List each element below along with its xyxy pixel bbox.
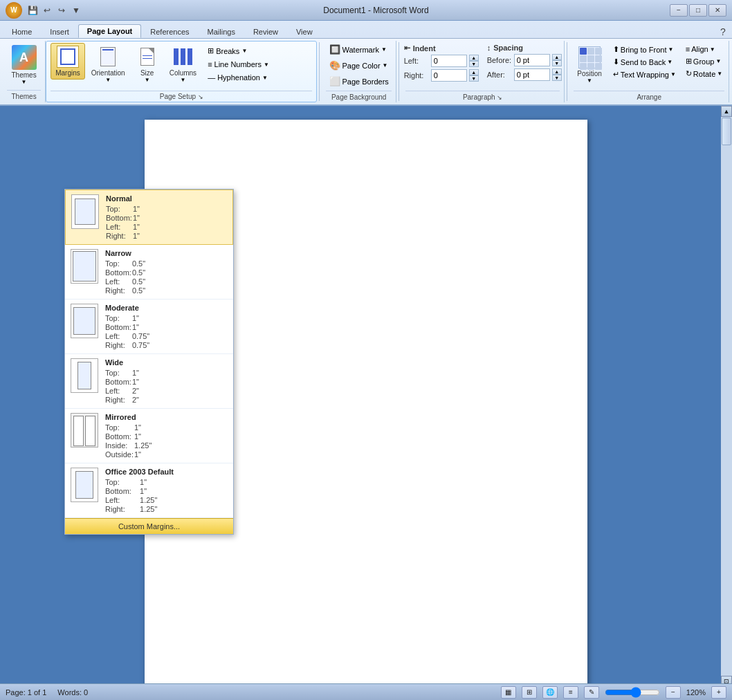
customize-qa-button[interactable]: ▼ — [70, 4, 82, 17]
breaks-icon: ⊞ — [208, 46, 214, 55]
spacing-after-spinner[interactable]: ▲ ▼ — [552, 68, 562, 81]
themes-button[interactable]: A Themes ▼ — [7, 42, 42, 88]
rotate-button[interactable]: ↻ Rotate ▼ — [682, 68, 726, 80]
print-layout-view-btn[interactable]: ▦ — [501, 686, 516, 699]
narrow-right-val: 0.5" — [132, 286, 158, 295]
columns-button[interactable]: Columns ▼ — [165, 43, 201, 86]
watermark-button[interactable]: 🔲 Watermark ▼ — [326, 42, 392, 57]
full-screen-view-btn[interactable]: ⊞ — [522, 686, 537, 699]
web-layout-view-btn[interactable]: 🌐 — [542, 686, 558, 699]
margin-item-moderate[interactable]: Moderate Top: 1" Bottom: 1" Left: 0.75" … — [65, 300, 233, 354]
size-button[interactable]: Size ▼ — [131, 43, 163, 86]
margin-item-office2003[interactable]: Office 2003 Default Top: 1" Bottom: 1" L… — [65, 463, 233, 518]
indent-right-label: Right: — [404, 71, 429, 80]
align-button[interactable]: ≡ Align ▼ — [682, 44, 726, 55]
spacing-before-spinner[interactable]: ▲ ▼ — [552, 54, 562, 66]
tab-references[interactable]: References — [141, 25, 198, 38]
group-page-setup: Margins Orientation ▼ — [46, 41, 317, 102]
save-button[interactable]: 💾 — [26, 4, 39, 17]
spacing-before-down[interactable]: ▼ — [552, 60, 562, 66]
margin-item-narrow[interactable]: Narrow Top: 0.5" Bottom: 0.5" Left: 0.5"… — [65, 245, 233, 300]
hyphenation-arrow: ▼ — [262, 75, 268, 81]
watermark-label: Watermark — [342, 46, 379, 54]
office2003-top-val: 1" — [140, 478, 174, 486]
page-borders-button[interactable]: ⬜ Page Borders — [326, 74, 392, 89]
zoom-out-btn[interactable]: − — [666, 686, 681, 699]
themes-group-label: Themes — [7, 90, 41, 100]
hyphenation-button[interactable]: — Hyphenation ▼ — [204, 71, 273, 84]
send-to-back-button[interactable]: ⬇ Send to Back ▼ — [610, 56, 679, 68]
indent-right-up[interactable]: ▲ — [469, 69, 479, 75]
draft-view-btn[interactable]: ✎ — [584, 686, 599, 699]
tab-view[interactable]: View — [287, 25, 322, 38]
position-button[interactable]: Position ▼ — [572, 44, 607, 86]
line-numbers-button[interactable]: ≡ Line Numbers ▼ — [204, 58, 273, 71]
indent-right-down[interactable]: ▼ — [469, 75, 479, 82]
page-setup-expand-icon[interactable]: ↘ — [198, 93, 203, 100]
minimize-button[interactable]: − — [670, 4, 688, 17]
margin-item-wide[interactable]: Wide Top: 1" Bottom: 1" Left: 2" Right: … — [65, 354, 233, 409]
office2003-top-label: Top: — [105, 478, 139, 486]
indent-icon: ⇤ — [404, 44, 410, 53]
page-color-button[interactable]: 🎨 Page Color ▼ — [326, 58, 392, 73]
text-wrapping-button[interactable]: ↵ Text Wrapping ▼ — [610, 68, 679, 80]
maximize-button[interactable]: □ — [689, 4, 707, 17]
indent-label: Indent — [413, 44, 436, 53]
indent-left-up[interactable]: ▲ — [469, 55, 479, 61]
quick-access-toolbar: 💾 ↩ ↪ ▼ — [26, 4, 82, 17]
margin-name-moderate: Moderate — [105, 304, 158, 312]
breaks-button[interactable]: ⊞ Breaks ▼ — [204, 44, 273, 57]
indent-right-spinner[interactable]: ▲ ▼ — [469, 69, 479, 82]
spacing-after-down[interactable]: ▼ — [552, 75, 562, 81]
spacing-after-up[interactable]: ▲ — [552, 68, 562, 75]
zoom-in-btn[interactable]: + — [711, 686, 726, 699]
zoom-slider[interactable] — [605, 688, 660, 697]
window-controls: − □ ✕ — [670, 4, 726, 17]
undo-button[interactable]: ↩ — [41, 4, 53, 17]
spacing-before-up[interactable]: ▲ — [552, 54, 562, 60]
spacing-before-input[interactable] — [514, 54, 550, 66]
office-button[interactable]: W — [6, 2, 22, 19]
margin-icon-narrow — [71, 249, 98, 284]
tab-mailings[interactable]: Mailings — [199, 25, 244, 38]
redo-button[interactable]: ↪ — [55, 4, 68, 17]
wide-right-val: 2" — [132, 396, 158, 404]
group-button[interactable]: ⊞ Group ▼ — [682, 55, 726, 67]
bring-to-front-button[interactable]: ⬆ Bring to Front ▼ — [610, 44, 679, 55]
margin-item-normal[interactable]: Normal Top: 1" Bottom: 1" Left: 1" Right… — [65, 190, 233, 245]
spacing-after-input[interactable] — [514, 68, 550, 81]
paragraph-expand-icon[interactable]: ↘ — [497, 94, 502, 101]
narrow-top-val: 0.5" — [132, 259, 158, 268]
tab-insert[interactable]: Insert — [41, 25, 78, 38]
scroll-track[interactable] — [721, 117, 732, 676]
margin-item-mirrored[interactable]: Mirrored Top: 1" Bottom: 1" Inside: 1.25… — [65, 409, 233, 463]
group-themes: A Themes ▼ Themes — [3, 41, 46, 102]
indent-right-input[interactable] — [431, 69, 467, 82]
orientation-button[interactable]: Orientation ▼ — [86, 43, 130, 86]
indent-left-spinner[interactable]: ▲ ▼ — [469, 55, 479, 67]
themes-dropdown-arrow: ▼ — [21, 79, 27, 85]
group-arrange: Position ▼ ⬆ Bring to Front ▼ ⬇ Send to … — [569, 41, 729, 102]
normal-bottom-label: Bottom: — [106, 214, 132, 222]
indent-left-down[interactable]: ▼ — [469, 61, 479, 67]
ribbon-help-button[interactable]: ? — [717, 26, 729, 38]
normal-bottom-val: 1" — [133, 214, 159, 222]
tab-review[interactable]: Review — [244, 25, 287, 38]
breaks-arrow: ▼ — [241, 48, 247, 54]
margins-button[interactable]: Margins — [51, 43, 85, 80]
scroll-thumb[interactable] — [722, 118, 731, 145]
tab-home[interactable]: Home — [3, 25, 41, 38]
close-button[interactable]: ✕ — [708, 4, 726, 17]
custom-margins-button[interactable]: Custom Margins... — [65, 518, 233, 534]
tab-page-layout[interactable]: Page Layout — [78, 24, 141, 38]
page-info: Page: 1 of 1 — [6, 688, 46, 697]
indent-left-input[interactable] — [431, 55, 467, 67]
watermark-arrow: ▼ — [381, 46, 387, 53]
mirrored-top-val: 1" — [134, 423, 163, 432]
page-setup-group-label: Page Setup ↘ — [51, 91, 312, 100]
narrow-right-label: Right: — [105, 286, 131, 295]
status-right: ▦ ⊞ 🌐 ≡ ✎ − 120% + — [501, 686, 726, 699]
page-color-arrow: ▼ — [383, 62, 388, 68]
scroll-up-arrow[interactable]: ▲ — [721, 106, 732, 117]
outline-view-btn[interactable]: ≡ — [563, 686, 578, 699]
